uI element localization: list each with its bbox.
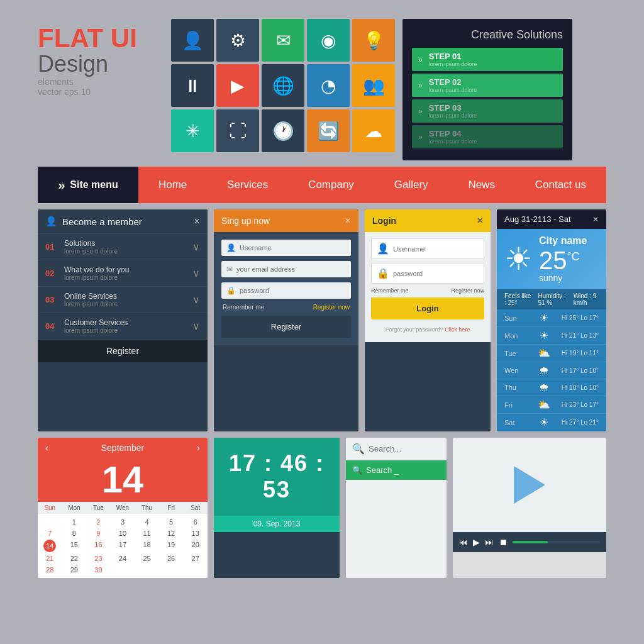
cs-step-4[interactable]: » STEP 04 lorem ipsum dolore [412,125,563,148]
chevron-icon: » [418,81,423,90]
login-username-input[interactable] [393,245,479,253]
skip-forward-icon[interactable]: ⏭ [485,537,494,547]
cal-cell[interactable]: 29 [62,564,87,575]
cal-cell[interactable]: 10 [111,528,135,539]
asterisk-icon[interactable]: ✳ [171,109,214,152]
cal-cell[interactable]: 28 [38,564,62,575]
nav-gallery[interactable]: Gallery [385,167,438,203]
search-bar-2[interactable]: 🔍 Search _ [346,460,447,480]
cal-cell[interactable]: 16 [86,539,111,553]
signup-close-icon[interactable]: ✕ [345,216,351,225]
temperature: 25°C [539,248,587,273]
cal-cell[interactable]: 13 [183,528,208,539]
list-item[interactable]: 01 Solutions lorem ipsum dolore ∨ [38,234,208,260]
cal-cell[interactable]: 7 [38,528,62,539]
expand-icon[interactable]: ⛶ [216,109,259,152]
remember-label: Remember me [223,304,264,311]
cal-cell[interactable]: 19 [159,539,184,553]
progress-bar[interactable] [513,541,600,543]
item-sub: lorem ipsum dolore [64,301,118,308]
cs-step-2[interactable]: » STEP 02 lorem ipsum dolore [412,74,563,97]
nav-home[interactable]: Home [149,167,196,203]
remember-label: Remember me [371,287,409,294]
cal-cell[interactable]: 24 [111,553,135,564]
cal-cell[interactable]: 22 [62,553,87,564]
cal-cell[interactable]: 2 [86,516,111,528]
cal-cell[interactable]: 17 [111,539,135,553]
cal-cell[interactable]: 5 [159,516,184,528]
signup-register-button[interactable]: Register [221,316,351,338]
cal-header: ‹ September › [38,438,208,458]
member-close-icon[interactable]: ✕ [194,217,200,226]
refresh-icon[interactable]: 🔄 [307,109,350,152]
signup-email-input[interactable] [236,265,346,273]
weather-date: Aug 31-2113 - Sat [504,214,571,224]
skip-back-icon[interactable]: ⏮ [459,537,468,547]
site-menu-label: Site menu [70,179,118,191]
clock-icon[interactable]: 🕐 [262,109,304,152]
play-button-icon[interactable] [514,466,545,504]
register-link[interactable]: Register now [313,304,350,311]
cal-cell[interactable]: 15 [62,539,87,553]
signup-password-input[interactable] [240,287,346,294]
group-icon[interactable]: 👥 [352,64,395,107]
bulb-icon[interactable]: 💡 [352,19,395,62]
stop-icon[interactable]: ⏹ [499,537,508,547]
bottom-row: ‹ September › 14 Sun Mon Tue Wen Thu Fri… [38,438,606,578]
cal-next-icon[interactable]: › [197,443,200,453]
list-item[interactable]: 04 Customer Services lorem ipsum dolore … [38,313,208,340]
cal-cell[interactable]: 18 [135,539,159,553]
play-icon[interactable]: ▶ [473,537,480,547]
cal-cell[interactable]: 3 [111,516,135,528]
step-3-label: STEP 03 [429,103,477,113]
cs-step-1[interactable]: » STEP 01 lorem ipsum dolore [412,48,563,71]
cal-cell[interactable]: 27 [183,553,208,564]
list-item[interactable]: 02 What we do for you lorem ipsum dolore… [38,260,208,287]
play-icon[interactable]: ▶ [216,64,259,107]
cal-prev-icon[interactable]: ‹ [45,443,48,453]
search-input-1[interactable] [369,444,440,453]
site-menu-button[interactable]: » Site menu [38,167,138,203]
weather-close-icon[interactable]: ✕ [592,215,599,224]
forecast-icon: ⛅ [538,347,550,359]
cal-cell[interactable]: 25 [135,553,159,564]
rss-icon[interactable]: ◉ [307,19,350,62]
mail-icon[interactable]: ✉ [262,19,304,62]
cal-cell[interactable]: 30 [86,564,111,575]
video-screen[interactable] [453,438,606,532]
nav-news[interactable]: News [458,167,504,203]
nav-services[interactable]: Services [218,167,277,203]
click-here-link[interactable]: Click here [445,326,470,333]
nav-contact[interactable]: Contact us [526,167,596,203]
cal-cell[interactable]: 9 [86,528,111,539]
cal-cell[interactable]: 12 [159,528,184,539]
list-item[interactable]: 03 Online Services lorem ipsum dolore ∨ [38,287,208,313]
register-link[interactable]: Register now [451,287,484,294]
cal-cell [183,564,208,575]
cal-cell[interactable]: 14 [43,540,56,552]
login-button[interactable]: Login [371,297,484,319]
cal-cell[interactable]: 21 [38,553,62,564]
register-button[interactable]: Register [38,340,208,362]
login-close-icon[interactable]: ✕ [477,216,483,225]
cal-cell[interactable]: 6 [183,516,208,528]
chevron-icon: » [418,107,423,116]
chart-icon[interactable]: ◔ [307,64,350,107]
nav-company[interactable]: Company [299,167,364,203]
cal-cell[interactable]: 1 [62,516,87,528]
user-icon[interactable]: 👤 [171,19,214,62]
cal-cell[interactable]: 20 [183,539,208,553]
cal-cell[interactable]: 26 [159,553,184,564]
globe-icon[interactable]: 🌐 [262,64,304,107]
pause-icon[interactable]: ⏸ [171,64,214,107]
cal-cell[interactable]: 4 [135,516,159,528]
cal-cell[interactable]: 8 [62,528,87,539]
signup-username-input[interactable] [240,244,346,252]
cal-cell[interactable]: 11 [135,528,159,539]
settings-icon[interactable]: ⚙ [216,19,259,62]
cal-cell[interactable]: 23 [86,553,111,564]
login-form: 👤 🔒 Remember me Register now Login Forgo… [365,232,491,342]
cloud-icon[interactable]: ☁ [352,109,395,152]
cs-step-3[interactable]: » STEP 03 lorem ipsum dolore [412,99,563,123]
login-password-input[interactable] [393,270,479,277]
